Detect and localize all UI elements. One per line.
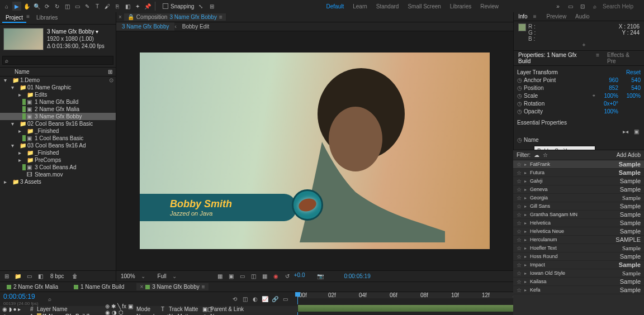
pin-tool-icon[interactable]: 📌 <box>143 2 152 11</box>
font-option[interactable]: ☆▸KailasaSample <box>513 278 644 286</box>
star-icon[interactable]: ☆ <box>517 187 524 193</box>
channel-icon[interactable]: ◫ <box>249 272 258 281</box>
font-option[interactable]: ☆▸KefaSample <box>513 286 644 294</box>
panel-icon[interactable]: ▭ <box>566 2 575 11</box>
search-icon[interactable]: ⌕ <box>590 2 599 11</box>
stopwatch-icon[interactable]: ◷ <box>517 93 524 99</box>
res-dropdown[interactable]: Full <box>158 273 167 279</box>
close-tab-icon[interactable]: × <box>119 14 122 20</box>
tl-link-icon[interactable]: 🔗 <box>271 295 280 304</box>
thumb-title[interactable]: 3 Name Gfx Bobby ▾ <box>47 28 105 35</box>
star-icon[interactable]: ☆ <box>517 178 524 184</box>
star-icon[interactable]: ☆ <box>517 203 524 209</box>
col-matte[interactable]: Track Matte <box>169 306 202 312</box>
timeline-tab[interactable]: 1 Name Gfx Build <box>70 283 127 290</box>
star-icon[interactable]: ☆ <box>517 237 524 243</box>
trash-icon[interactable]: 🗑 <box>70 272 79 281</box>
tl-render-icon[interactable]: ▭ <box>281 295 290 304</box>
timecode[interactable]: 0:00:05:19 <box>0 292 42 301</box>
snap-opt2-icon[interactable]: ⊞ <box>207 2 216 11</box>
star-icon[interactable]: ☆ <box>517 254 524 260</box>
font-option[interactable]: ☆▸HelveticaSample <box>513 219 644 227</box>
layer-name[interactable]: [1 Name Gfx Build] <box>42 313 103 316</box>
tab-audio[interactable]: Audio <box>571 12 594 21</box>
workspace-default[interactable]: Default <box>326 3 344 9</box>
font-option[interactable]: ☆▸Iowan Old StyleSample <box>513 269 644 278</box>
tree-item[interactable]: ▾📁1.Demo⊙ <box>0 77 116 84</box>
stopwatch-icon[interactable]: ◷ <box>517 137 524 143</box>
font-option[interactable]: ☆▸HerculanumSAMPLE <box>513 236 644 244</box>
filter-cloud-icon[interactable]: ☁ <box>534 152 539 158</box>
layer-mode[interactable]: Normal <box>136 313 161 316</box>
star-icon[interactable]: ☆ <box>517 170 524 176</box>
tree-opts-icon[interactable]: ⊞ <box>108 69 112 75</box>
font-option[interactable]: ☆▸GalvjiSample <box>513 177 644 185</box>
brush-tool-icon[interactable]: 🖌 <box>103 2 112 11</box>
rotobrush-tool-icon[interactable]: ✦ <box>133 2 142 11</box>
tl-search-icon[interactable]: ⌕ <box>45 295 54 304</box>
layer-matte[interactable]: No Matte <box>169 313 198 316</box>
viewer[interactable]: Bobby Smith Jazzed on Java <box>116 31 513 270</box>
tree-item[interactable]: ▾📁01 Name Graphic <box>0 84 116 91</box>
tab-project[interactable]: Project <box>2 13 26 23</box>
stopwatch-icon[interactable]: ◷ <box>517 101 524 107</box>
props-menu-icon[interactable]: ≡ <box>595 51 600 65</box>
font-option[interactable]: ☆▸Gill SansSample <box>513 202 644 211</box>
font-option[interactable]: ☆▸GenevaSample <box>513 185 644 194</box>
star-icon[interactable]: ☆ <box>517 220 524 226</box>
font-option[interactable]: ☆▸FatFrankSample <box>513 160 644 169</box>
rect-tool-icon[interactable]: ▭ <box>73 2 82 11</box>
tree-item[interactable]: ▸📁3 Assets <box>0 178 116 185</box>
zoom-tool-icon[interactable]: 🔍 <box>32 2 41 11</box>
star-icon[interactable]: ☆ <box>517 161 524 168</box>
project-search-input[interactable]: ⌕ <box>2 56 113 65</box>
chevron-down-icon[interactable]: ⌄ <box>141 273 145 279</box>
font-list[interactable]: ☆▸FatFrankSample☆▸FuturaSample☆▸GalvjiSa… <box>513 160 644 315</box>
workspace-small-screen[interactable]: Small Screen <box>408 3 441 9</box>
snapshot-icon[interactable]: 📷 <box>316 272 325 281</box>
camera-tool-icon[interactable]: ◫ <box>63 2 72 11</box>
comp-tab[interactable]: 🔒 Composition 3 Name Gfx Bobby ≡ <box>124 13 226 21</box>
col-mode[interactable]: Mode <box>136 306 161 312</box>
tree-item[interactable]: ▸📁_Finished <box>0 127 116 135</box>
tree-item[interactable]: ▸📁_Finished <box>0 149 116 156</box>
font-option[interactable]: ☆▸FuturaSample <box>513 169 644 177</box>
info-menu-icon[interactable]: ≡ <box>532 12 538 21</box>
star-icon[interactable]: ☆ <box>517 262 524 268</box>
project-menu-icon[interactable]: ≡ <box>26 13 30 23</box>
tree-item[interactable]: ▣1 Cool Beans Basic <box>0 135 116 142</box>
workspace-learn[interactable]: Learn <box>353 3 367 9</box>
tl-layers-icon[interactable]: ◫ <box>240 295 249 304</box>
tree-item[interactable]: ▣2 Name Gfx Malia <box>0 106 116 113</box>
tree-item[interactable]: ▾📁03 Cool Beans 9x16 Ad <box>0 142 116 149</box>
font-option[interactable]: ☆▸GeorgiaSample <box>513 194 644 202</box>
col-layer-name[interactable]: Layer Name <box>37 306 103 312</box>
snapping-checkbox[interactable] <box>163 3 168 9</box>
more-icon[interactable]: » <box>553 2 562 11</box>
tab-libraries[interactable]: Libraries <box>33 13 61 23</box>
tree-item[interactable]: ▸📁PreComps <box>0 156 116 164</box>
gear-icon[interactable]: ⊡ <box>578 2 587 11</box>
col-num[interactable]: # <box>30 306 37 312</box>
adjust-icon[interactable]: ◧ <box>36 272 45 281</box>
ess-icon2[interactable]: ▣ <box>632 127 641 136</box>
tree-item[interactable]: ▸📁Edits <box>0 91 116 98</box>
timeline-tab[interactable]: ×3 Name Gfx Bobby≡ <box>136 283 208 290</box>
tl-blur-icon[interactable]: ◐ <box>250 295 259 304</box>
mask-icon[interactable]: ▣ <box>227 272 236 281</box>
font-option[interactable]: ☆▸Hoss RoundSample <box>513 252 644 261</box>
name-column-header[interactable]: Name <box>15 69 30 75</box>
breadcrumb-1[interactable]: Bobby Edit <box>177 22 215 31</box>
stopwatch-icon[interactable]: ◷ <box>517 85 524 91</box>
tree-item[interactable]: ▣3 Cool Beans Ad <box>0 164 116 171</box>
workspace-libraries[interactable]: Libraries <box>450 3 471 9</box>
reset-exp-icon[interactable]: ↺ <box>283 272 292 281</box>
pen-tool-icon[interactable]: ✎ <box>83 2 92 11</box>
breadcrumb-0[interactable]: 3 Name Gfx Bobby <box>116 22 174 31</box>
viewer-time[interactable]: 0:00:05:19 <box>344 273 370 279</box>
workspace-review[interactable]: Review <box>480 3 499 9</box>
tree-item[interactable]: ▣1 Name Gfx Build <box>0 98 116 106</box>
rotate-tool-icon[interactable]: ↻ <box>53 2 61 11</box>
font-option[interactable]: ☆▸Grantha Sangam MNSample <box>513 211 644 219</box>
timeline-tab[interactable]: 2 Name Gfx Malia <box>3 283 61 290</box>
